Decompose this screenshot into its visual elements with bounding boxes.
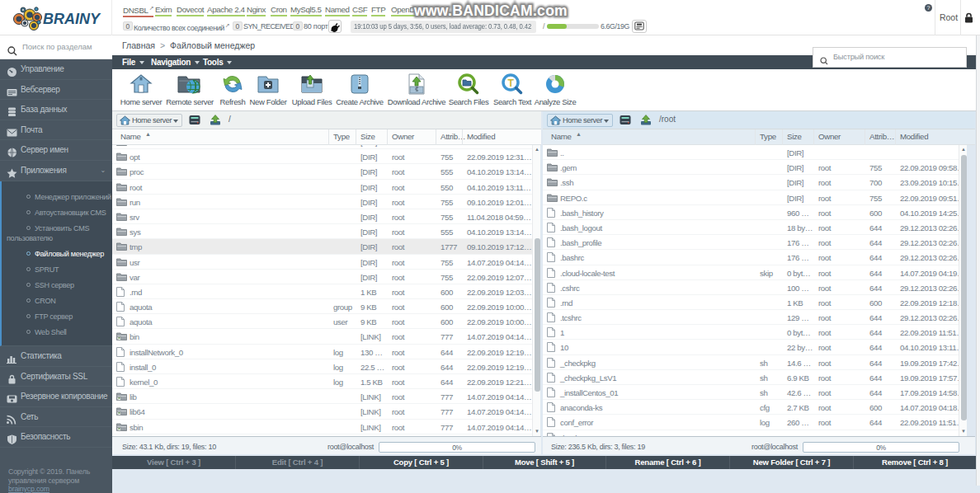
- svg-text:www.BANDICAM.com: www.BANDICAM.com: [413, 2, 568, 19]
